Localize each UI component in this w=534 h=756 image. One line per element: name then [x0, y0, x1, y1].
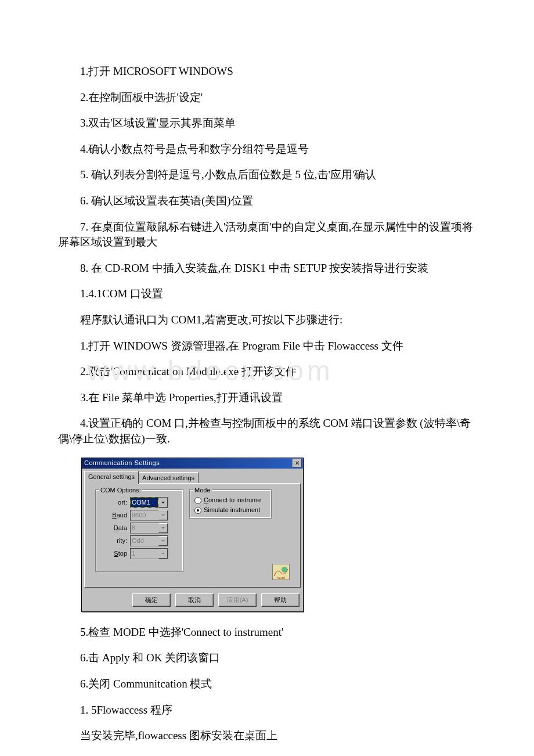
group-label: COM Options: [99, 486, 142, 495]
parity-label: rity: [99, 537, 130, 545]
baud-combo[interactable]: 9600 [130, 510, 168, 521]
stop-label: Stop [99, 549, 130, 558]
data-value: 8 [131, 523, 158, 533]
data-label: Data [99, 524, 130, 532]
chevron-down-icon[interactable] [158, 549, 168, 559]
chevron-down-icon[interactable] [158, 498, 168, 507]
paragraph: 1.4.1COM 口设置 [58, 286, 476, 302]
tab-bar: General settings Advanced settings [82, 469, 303, 483]
paragraph: 2.双击'Communication Module.exe 打开该文件 [58, 364, 476, 380]
paragraph: 4.确认小数点符号是点号和数字分组符号是逗号 [58, 142, 476, 157]
baud-value: 9600 [131, 510, 158, 520]
button-row: 确定 取消 应用(A) 帮助 [82, 591, 303, 611]
dialog-titlebar: Communication Settings ✕ [82, 458, 303, 469]
paragraph: 6.击 Apply 和 OK 关闭该窗口 [58, 650, 476, 666]
port-combo[interactable]: COM1 [130, 497, 168, 508]
dialog-panel: COM Options: ort: COM1 Baud [84, 483, 301, 588]
close-icon[interactable]: ✕ [293, 459, 302, 467]
stop-combo[interactable]: 1 [130, 548, 168, 559]
paragraph: 7. 在桌面位置敲鼠标右键进入'活动桌面'中的自定义桌面,在显示属性中的设置项将… [58, 219, 476, 250]
document-page: www.bdocx.com 1.打开 MICROSOFT WINDOWS 2.在… [0, 0, 534, 756]
radio-connect[interactable]: Connect to instrume [192, 495, 270, 505]
parity-combo[interactable]: Odd [130, 535, 168, 546]
paragraph: 4.设置正确的 COM 口,并检查与控制面板中的系统 COM 端口设置参数 (波… [58, 416, 476, 447]
parity-value: Odd [131, 536, 158, 546]
paragraph: 当安装完毕,flowaccess 图标安装在桌面上 [58, 728, 476, 744]
data-combo[interactable]: 8 [130, 523, 168, 534]
logo-icon: PANAM [272, 564, 290, 580]
tab-advanced-settings[interactable]: Advanced settings [138, 472, 199, 484]
paragraph: 1. 5Flowaccess 程序 [58, 703, 476, 718]
port-value: COM1 [131, 498, 158, 507]
paragraph: 1.打开 MICROSOFT WINDOWS [58, 64, 476, 80]
dialog-title: Communication Settings [84, 459, 160, 467]
mode-group: Mode Connect to instrume Simulate instru… [189, 489, 272, 519]
port-label: ort: [99, 498, 130, 507]
chevron-down-icon[interactable] [158, 523, 168, 533]
apply-button[interactable]: 应用(A) [218, 593, 257, 607]
paragraph: 3.双击'区域设置'显示其界面菜单 [58, 116, 476, 131]
ok-button[interactable]: 确定 [132, 593, 171, 607]
cancel-button[interactable]: 取消 [175, 593, 214, 607]
radio-label: Connect to instrume [204, 496, 261, 505]
stop-value: 1 [131, 549, 158, 559]
chevron-down-icon[interactable] [158, 510, 168, 520]
help-button[interactable]: 帮助 [261, 593, 300, 607]
baud-label: Baud [99, 511, 130, 520]
paragraph: 程序默认通讯口为 COM1,若需更改,可按以下步骤进行: [58, 312, 476, 328]
paragraph: 5. 确认列表分割符是逗号,小数点后面位数是 5 位,击'应用'确认 [58, 167, 476, 183]
paragraph: 8. 在 CD-ROM 中插入安装盘,在 DISK1 中击 SETUP 按安装指… [58, 261, 476, 276]
radio-label: Simulate instrument [204, 506, 260, 514]
group-label: Mode [193, 486, 212, 495]
chevron-down-icon[interactable] [158, 536, 168, 546]
paragraph: 3.在 File 菜单中选 Properties,打开通讯设置 [58, 390, 476, 406]
svg-text:PANAM: PANAM [277, 577, 285, 579]
radio-icon [194, 507, 201, 514]
dialog-screenshot: Communication Settings ✕ General setting… [81, 458, 476, 612]
paragraph: 6.关闭 Communitcation 模式 [58, 676, 476, 692]
svg-point-1 [282, 567, 287, 573]
tab-general-settings[interactable]: General settings [84, 471, 139, 484]
paragraph: 2.在控制面板中选折'设定' [58, 90, 476, 106]
paragraph: 5.检查 MODE 中选择'Connect to instrument' [58, 625, 476, 640]
radio-icon [194, 497, 201, 504]
radio-simulate[interactable]: Simulate instrument [192, 505, 270, 515]
paragraph: 1.打开 WINDOWS 资源管理器,在 Program File 中击 Flo… [58, 339, 476, 354]
com-options-group: COM Options: ort: COM1 Baud [95, 489, 183, 572]
paragraph: 6. 确认区域设置表在英语(美国)位置 [58, 193, 476, 209]
communication-settings-dialog: Communication Settings ✕ General setting… [81, 458, 304, 612]
